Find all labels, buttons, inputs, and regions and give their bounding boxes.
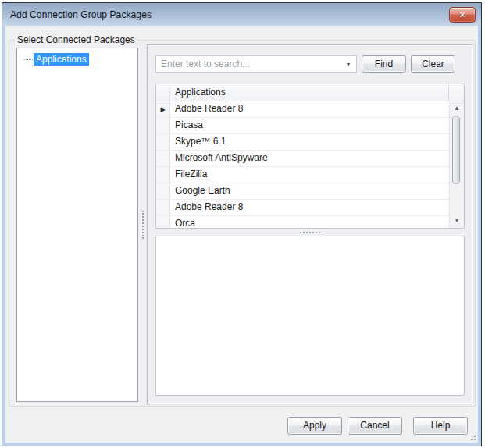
vertical-splitter-grip <box>142 211 144 239</box>
table-row[interactable]: Microsoft AntiSpyware <box>156 151 449 167</box>
grid-body: ▶Adobe Reader 8PicasaSkype™ 6.1Microsoft… <box>156 101 464 228</box>
grid-header: Applications <box>156 84 464 101</box>
row-indicator <box>156 151 170 166</box>
apply-button[interactable]: Apply <box>287 417 342 435</box>
search-dropdown-arrow-icon[interactable]: ▼ <box>341 62 356 67</box>
titlebar[interactable]: Add Connection Group Packages ✕ <box>2 3 481 26</box>
row-label: Picasa <box>170 118 449 133</box>
dialog-footer: Apply Cancel Help <box>282 417 468 435</box>
screen: Add Connection Group Packages ✕ Select C… <box>0 0 485 448</box>
table-row[interactable]: Picasa <box>156 118 449 134</box>
row-label: Google Earth <box>170 183 449 199</box>
row-indicator <box>156 216 170 228</box>
table-row[interactable]: Adobe Reader 8 <box>156 200 449 216</box>
table-row[interactable]: Google Earth <box>156 183 449 200</box>
dialog-client-area: Select Connected Packages Applications <box>5 26 478 443</box>
active-row-indicator-icon: ▶ <box>156 101 170 117</box>
row-label: Orca <box>170 216 449 228</box>
row-label: Adobe Reader 8 <box>170 101 449 117</box>
row-indicator <box>156 118 170 133</box>
tree-item-applications[interactable]: Applications <box>24 53 137 66</box>
scroll-down-icon[interactable]: ▼ <box>450 215 464 226</box>
close-icon: ✕ <box>458 11 465 20</box>
grid-indicator-header <box>156 84 170 101</box>
close-button[interactable]: ✕ <box>449 7 476 23</box>
tree-item-label: Applications <box>34 53 89 66</box>
row-label: Microsoft AntiSpyware <box>170 151 449 166</box>
row-indicator <box>156 134 170 150</box>
window-title: Add Connection Group Packages <box>10 9 152 20</box>
table-row[interactable]: ▶Adobe Reader 8 <box>156 101 449 118</box>
search-input[interactable] <box>156 59 341 69</box>
row-label: Skype™ 6.1 <box>170 134 449 150</box>
row-indicator <box>156 200 170 215</box>
cancel-button[interactable]: Cancel <box>348 417 402 435</box>
groupbox-label: Select Connected Packages <box>15 34 137 45</box>
vertical-splitter[interactable] <box>139 48 147 402</box>
help-button[interactable]: Help <box>413 417 468 435</box>
grid-rows: ▶Adobe Reader 8PicasaSkype™ 6.1Microsoft… <box>156 101 449 228</box>
row-indicator <box>156 167 170 183</box>
packages-tree-panel: Applications <box>16 48 138 402</box>
table-row[interactable]: FileZilla <box>156 167 449 183</box>
row-label: FileZilla <box>170 167 449 183</box>
applications-grid: Applications ▶Adobe Reader 8PicasaSkype™… <box>155 84 465 229</box>
grid-column-header-applications[interactable]: Applications <box>170 84 448 101</box>
row-indicator <box>156 183 170 199</box>
table-row[interactable]: Skype™ 6.1 <box>156 134 449 151</box>
tree-branch-dots <box>24 59 33 60</box>
find-button[interactable]: Find <box>362 55 406 73</box>
table-row[interactable]: Orca <box>156 216 449 228</box>
dialog-window: Add Connection Group Packages ✕ Select C… <box>2 2 482 446</box>
search-combo: ▼ <box>155 55 357 73</box>
resize-grip-icon[interactable] <box>468 432 476 441</box>
scroll-up-icon[interactable]: ▲ <box>450 103 464 114</box>
scrollbar-thumb[interactable] <box>452 116 460 184</box>
row-label: Adobe Reader 8 <box>170 200 449 215</box>
select-connected-packages-groupbox: Applications ▼ Find Clear <box>9 40 476 407</box>
clear-button[interactable]: Clear <box>411 55 455 73</box>
horizontal-splitter-grip <box>300 232 320 233</box>
grid-vertical-scrollbar[interactable]: ▲ ▼ <box>449 101 464 228</box>
packages-right-panel: ▼ Find Clear Applications ▶Adobe Reader … <box>147 44 473 404</box>
search-row: ▼ Find Clear <box>155 55 465 73</box>
details-panel <box>155 236 465 396</box>
grid-header-stub <box>448 84 464 101</box>
horizontal-splitter[interactable] <box>155 229 465 236</box>
